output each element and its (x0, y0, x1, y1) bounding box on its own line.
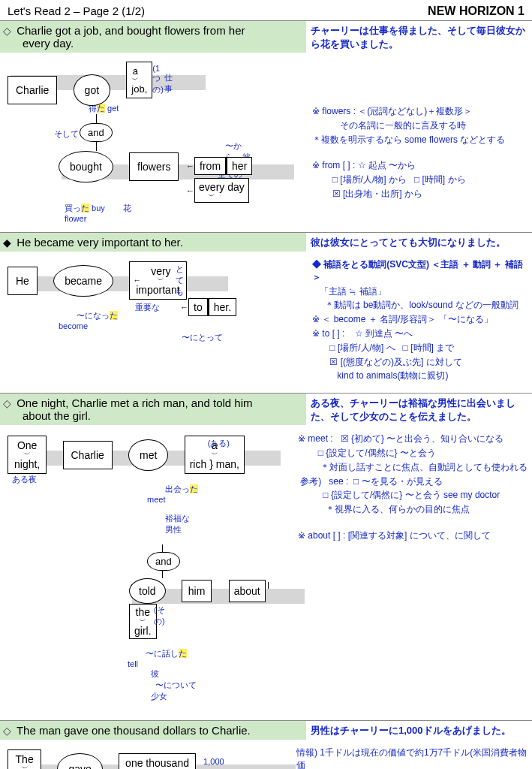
anno: 〜になっ (77, 311, 110, 320)
note-line: ※ to [ ] : ☆ 到達点 〜へ (312, 327, 527, 340)
subj-box: Charlie (63, 441, 113, 469)
to-box: to (188, 298, 208, 316)
diagram-1: Charlie got a︶ (1つの) job, 仕事 得た get (0, 54, 306, 226)
note-line: ※ ＜ become ＋ 名詞/形容詞＞ 「〜になる」 (312, 313, 527, 326)
diagram-4: The︶ man gave one thousand 1,000 dollars… (0, 740, 290, 769)
note-line: □ [場所/人/物] から □ [時間] から (312, 173, 527, 186)
diagram-2: He became ← very︶ とても important 重要な ← (0, 252, 306, 346)
job-word: job, (131, 83, 147, 95)
anno: 重要な (135, 302, 160, 313)
anno: (1つの) (152, 64, 164, 95)
anno: become (59, 321, 88, 330)
girl-word: girl. (134, 625, 152, 637)
anno: 〜について (155, 680, 197, 689)
note-line: ◆ 補語をとる動詞(SVC文型) ＜主語 ＋ 動詞 ＋ 補語＞ (312, 259, 523, 282)
section-2: ◆ He became very important to her. 彼は彼女に… (0, 233, 532, 394)
man-word: man, (216, 458, 239, 470)
verb-ellipse: got (74, 74, 110, 106)
note-line: ※ from [ ] : ☆ 起点 〜から (312, 159, 527, 172)
verb-ellipse: told (129, 578, 166, 604)
sentence-jp-4: 男性はチャーリーに1,000ドルをあげました。 (306, 721, 532, 740)
notes-2: ◆ 補語をとる動詞(SVC文型) ＜主語 ＋ 動詞 ＋ 補語＞ 「主語 ≒ 補語… (306, 252, 532, 387)
sentence-en-3: ◇ One night, Charlie met a rich man, and… (0, 394, 306, 425)
note-line: ※ meet : ☒ {初めて} 〜と出会う、知り合いになる (298, 433, 527, 445)
header-left: Let's Read 2 – Page 2 (1/2) (8, 5, 145, 18)
and-ellipse: and (80, 123, 113, 142)
verb-ellipse: met (128, 439, 168, 471)
her-box: her. (209, 298, 236, 316)
anno: buy (89, 204, 105, 213)
anno: 男性 (165, 525, 182, 534)
anno: meet (147, 495, 165, 504)
anno: 仕事 (164, 72, 173, 95)
anno: 1,000 (203, 757, 224, 766)
anno: た (81, 204, 89, 213)
en-line-2: about the girl. (3, 409, 91, 422)
rich-word: rich (190, 458, 207, 470)
note-line: kind to animals(動物に親切) (312, 369, 527, 382)
notes-1: ※ flowers : ＜(冠詞などなし)＋複数形＞ その名詞に一般的に言及する… (306, 54, 532, 205)
note-line: ※ about [ ] : [関連する対象] について、に関して (298, 529, 527, 542)
en-line: He became very important to her. (17, 236, 183, 249)
verb-ellipse: became (53, 265, 113, 297)
anno: そして (54, 128, 79, 140)
about-box: about (229, 580, 266, 602)
anno: た (179, 649, 187, 658)
note-line: ＊視界に入る、何らかの目的に焦点 (298, 503, 527, 516)
header-right: NEW HORIZON 1 (428, 5, 524, 18)
verb-ellipse: bought (59, 151, 113, 182)
anno: 裕福な (165, 514, 190, 523)
subj-box: He (8, 267, 38, 295)
one-thousand: one thousand (125, 757, 189, 769)
sentence-en-2: ◆ He became very important to her. (0, 233, 306, 252)
diamond-icon: ◇ (3, 397, 14, 409)
the-word: The (16, 754, 34, 764)
sentence-jp-3: ある夜、チャーリーは裕福な男性に出会いました、そして少女のことを伝えました。 (306, 394, 532, 427)
note-line: ＊複数を明示するなら some flowers などとする (312, 134, 527, 146)
and-ellipse: and (147, 552, 180, 571)
subj-box: Charlie (8, 76, 57, 104)
page-header: Let's Read 2 – Page 2 (1/2) NEW HORIZON … (0, 0, 532, 21)
anno: 彼 (151, 669, 159, 678)
note-line: □ {設定して/偶然に} 〜と会う see my doctor (298, 489, 527, 502)
note-line: 情報) 1千ドルは現在の価値で約1万7千ドル(米国消費者物価 (296, 746, 527, 769)
sentence-jp-2: 彼は彼女にとってとても大切になりました。 (306, 233, 532, 252)
anno: 買っ (65, 204, 81, 213)
anno: 出会っ (165, 484, 190, 493)
anno: 少女 (151, 692, 167, 701)
night-word: night, (14, 458, 40, 470)
day-word: day (227, 181, 245, 193)
him-box: him (182, 580, 212, 602)
diamond-icon: ◇ (3, 725, 14, 737)
verb-ellipse: gave (57, 753, 102, 769)
anno: た (110, 311, 118, 320)
note-line: □ {設定して/偶然に} 〜と会う (298, 447, 527, 460)
en-line: The man gave one thousand dollars to Cha… (17, 724, 251, 737)
diagram-3: One︶ night, Charlie met a︶ (ある) rich } m… (0, 427, 292, 714)
anno: 〜にとって (182, 332, 306, 343)
en-line-1: Charlie got a job, and bought flowers fr… (17, 24, 245, 37)
every-word: every (199, 182, 224, 192)
note-line: ☒ [出身地・出所] から (312, 188, 527, 201)
note-line: ☒ [(態度などの)及ぶ先] に対して (312, 356, 527, 369)
sentence-en-4: ◇ The man gave one thousand dollars to C… (0, 721, 306, 740)
sentence-jp-1: チャーリーは仕事を得ました、そして毎日彼女から花を買いました。 (306, 21, 532, 54)
en-line: One night, Charlie met a rich man, and t… (17, 397, 252, 409)
notes-4: 情報) 1千ドルは現在の価値で約1万7千ドル(米国消費者物価 指数で換算) 原作… (290, 740, 532, 769)
anno: た (190, 484, 198, 493)
section-1: ◇ Charlie got a job, and bought flowers … (0, 21, 532, 233)
sentence-en-1: ◇ Charlie got a job, and bought flowers … (0, 21, 306, 53)
her-box: her (227, 157, 252, 175)
very-word: very (151, 266, 170, 276)
anno: (その) (154, 605, 165, 627)
obj-box: flowers (129, 152, 179, 181)
note-line: 参考) see : □ 〜を見る・が見える (298, 475, 527, 488)
note-line: その名詞に一般的に言及する時 (312, 119, 527, 132)
one-word: One (17, 440, 37, 451)
note-line: □ [場所/人/物] へ □ [時間] まで (312, 342, 527, 354)
section-3: ◇ One night, Charlie met a rich man, and… (0, 394, 532, 721)
section-4: ◇ The man gave one thousand dollars to C… (0, 721, 532, 769)
diamond-icon: ◇ (3, 25, 14, 37)
diamond-icon: ◆ (3, 237, 14, 249)
the-word: the (136, 607, 150, 617)
